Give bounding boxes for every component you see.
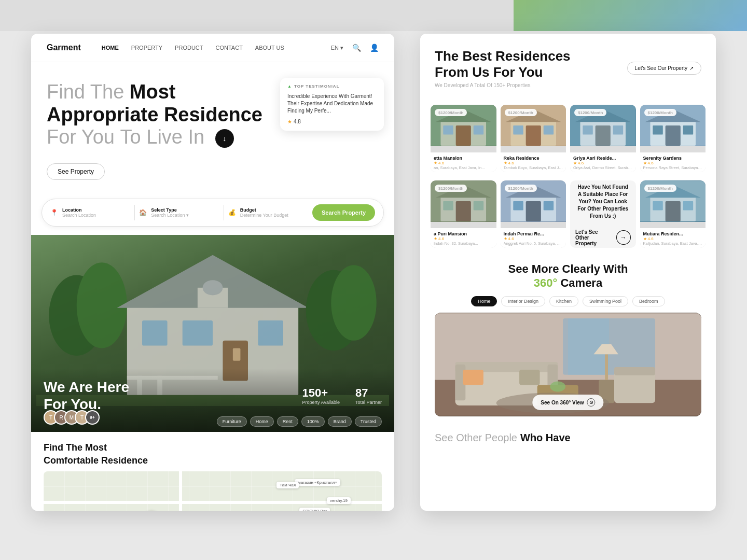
card-price-5: $1200/Month [435, 185, 467, 192]
svg-rect-75 [605, 354, 608, 380]
location-icon: 📍 [50, 209, 58, 216]
svg-point-16 [331, 265, 376, 341]
svg-rect-27 [525, 125, 541, 146]
svg-point-6 [203, 280, 223, 295]
lets-see-other-property-card[interactable]: Have You Not Found A Suitable Place For … [570, 180, 636, 248]
tab-kitchen[interactable]: Kitchen [549, 296, 578, 306]
tab-bedroom[interactable]: Bedroom [632, 296, 665, 306]
tag-brand[interactable]: Brand [328, 416, 352, 427]
svg-rect-33 [596, 125, 611, 146]
svg-rect-8 [183, 320, 213, 346]
nav-property[interactable]: PROPERTY [131, 45, 162, 51]
hero-avatars: T R M T 9+ [44, 410, 100, 425]
navbar: Garment HOME PROPERTY PRODUCT CONTACT AB… [31, 34, 394, 62]
tag-home[interactable]: Home [250, 416, 274, 427]
map-placeholder: магазин «Кристалл» Там Чая vershy.19 SPI… [44, 471, 382, 511]
search-icon[interactable]: 🔍 [352, 43, 361, 52]
svg-rect-68 [463, 370, 483, 385]
property-grid-row2: $1200/Month a Puri Mansion ★ 4.6 Indah N… [420, 180, 716, 252]
map-grid [44, 471, 382, 511]
svg-rect-58 [653, 201, 662, 211]
camera-preview: See On 360° View ⊙ [435, 313, 701, 416]
tag-rent[interactable]: Rent [277, 416, 298, 427]
svg-rect-22 [443, 125, 453, 135]
svg-rect-39 [665, 125, 680, 146]
svg-rect-73 [614, 367, 655, 375]
see-property-button[interactable]: See Property [47, 163, 105, 180]
location-field: Location Search Location [62, 207, 130, 218]
tag-trusted[interactable]: Trusted [355, 416, 382, 427]
tab-interior[interactable]: Interior Design [501, 296, 545, 306]
section-title: The Best Residences From Us For You [435, 48, 571, 80]
testimonial-text: Incredible Experience With Garment! Thei… [287, 93, 377, 115]
map-label-1: магазин «Кристалл» [295, 479, 340, 486]
camera-tabs: Home Interior Design Kitchen Swimming Po… [435, 296, 701, 306]
360-icon: ⊙ [587, 398, 596, 407]
nav-about[interactable]: ABOUT US [255, 45, 284, 51]
hero-section: Find The Most Appropriate Residence For … [31, 62, 394, 190]
nav-contact[interactable]: CONTACT [216, 45, 243, 51]
svg-rect-45 [456, 201, 471, 221]
avatar-more[interactable]: 9+ [85, 410, 100, 425]
tab-swimming[interactable]: Swimming Pool [583, 296, 628, 306]
tab-home[interactable]: Home [471, 296, 497, 306]
lets-see-text: Have You Not Found A Suitable Place For … [570, 178, 636, 225]
type-field: Select Type Search Location ▾ [151, 207, 219, 218]
map-label-4: SPICHKI Bar [299, 508, 330, 511]
see-360-button[interactable]: See On 360° View ⊙ [532, 395, 603, 410]
property-card-4[interactable]: $1200/Month Serenity Gardens ★ 4.6 Perso… [640, 105, 706, 172]
property-card-8[interactable]: $1200/Month Mutiara Residen... ★ 4.6 Kal… [640, 180, 706, 248]
nav-home[interactable]: HOME [102, 45, 119, 51]
svg-rect-35 [613, 125, 623, 135]
svg-rect-34 [583, 125, 592, 135]
map-title-line1: Find The Most [44, 442, 382, 453]
logo: Garment [47, 43, 81, 52]
property-card-5[interactable]: $1200/Month a Puri Mansion ★ 4.6 Indah N… [431, 180, 496, 248]
search-divider-2 [224, 205, 224, 220]
camera-title: See More Clearly With 360° Camera [435, 262, 701, 290]
camera-section: See More Clearly With 360° Camera Home I… [420, 252, 716, 425]
user-icon[interactable]: 👤 [369, 43, 379, 52]
svg-rect-53 [543, 201, 553, 211]
see-our-property-button[interactable]: Let's See Our Property ↗ [627, 62, 701, 75]
search-property-button[interactable]: Search Property [312, 204, 375, 221]
arrow-icon[interactable]: → [616, 230, 631, 245]
lang-selector[interactable]: EN ▾ [331, 45, 343, 51]
stat-partners: 87 Total Partner [355, 386, 382, 405]
hero-tags: Furniture Home Rent 100% Brand Trusted [217, 416, 382, 427]
property-card-6[interactable]: $1200/Month Indah Permai Re... ★ 4.6 Ang… [501, 180, 566, 248]
type-icon: 🏠 [139, 209, 147, 216]
property-card-2[interactable]: $1200/Month Reka Residence ★ 4.6 Tambak … [501, 105, 566, 172]
property-grid-row1: $1200/Month etta Mansion ★ 4.6 an, Surab… [420, 105, 716, 180]
testimonial-card: TOP TESTIMONIAL Incredible Experience Wi… [280, 78, 384, 131]
card-info-4: Serenity Gardens ★ 4.6 Persona Raya Stre… [640, 152, 706, 172]
svg-rect-23 [474, 125, 483, 135]
svg-rect-21 [456, 125, 471, 146]
scroll-down-button[interactable]: ↓ [215, 129, 234, 148]
best-residences-section: The Best Residences From Us For You We D… [420, 34, 716, 105]
svg-rect-11 [233, 348, 241, 360]
property-card-3[interactable]: $1200/Month Griya Asri Reside... ★ 4.6 G… [570, 105, 636, 172]
card-price-2: $1200/Month [505, 109, 537, 116]
lets-see-action: Let's SeeOther Property → [570, 225, 636, 250]
svg-rect-7 [142, 320, 168, 346]
card-price-1: $1200/Month [435, 109, 467, 116]
tag-furniture[interactable]: Furniture [217, 416, 247, 427]
nav-product[interactable]: PRODUCT [175, 45, 203, 51]
map-label-2: Там Чая [276, 482, 299, 488]
card-info-1: etta Mansion ★ 4.6 an, Surabaya, East Ja… [431, 152, 496, 172]
map-section: Find The Most Comfortable Residence мага… [31, 432, 394, 511]
card-price-3: $1200/Month [574, 109, 606, 116]
search-divider-1 [134, 205, 135, 220]
svg-rect-46 [443, 201, 453, 211]
property-card-1[interactable]: $1200/Month etta Mansion ★ 4.6 an, Surab… [431, 105, 496, 172]
tag-100[interactable]: 100% [301, 416, 325, 427]
svg-rect-40 [653, 125, 662, 135]
svg-point-71 [550, 382, 565, 392]
testimonial-badge: TOP TESTIMONIAL [287, 84, 377, 89]
map-label-3: vershy.19 [327, 497, 351, 504]
hero-stats: 150+ Property Available 87 Total Partner [302, 386, 382, 405]
card-info-5: a Puri Mansion ★ 4.6 Indah No. 32, Surab… [431, 228, 496, 248]
section-header: The Best Residences From Us For You We D… [435, 48, 701, 88]
nav-links: HOME PROPERTY PRODUCT CONTACT ABOUT US [102, 45, 331, 51]
